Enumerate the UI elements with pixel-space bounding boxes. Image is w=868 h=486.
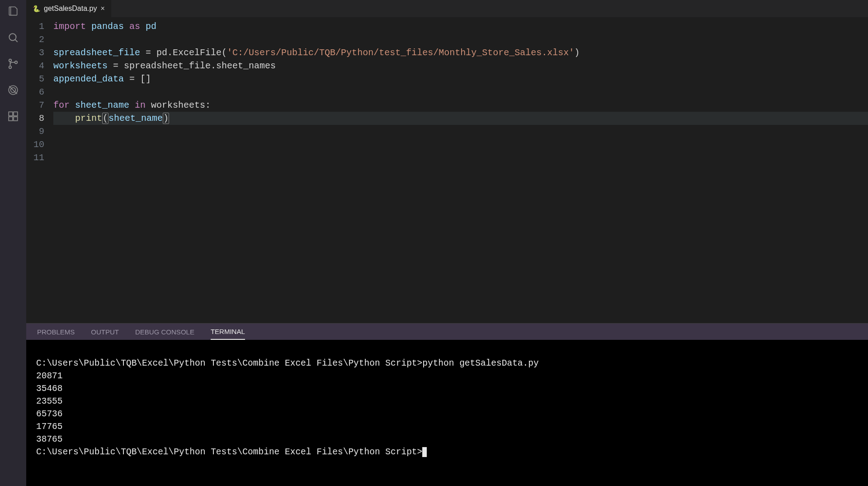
extensions-icon[interactable] bbox=[6, 110, 20, 123]
terminal-line: C:\Users\Public\TQB\Excel\Python Tests\C… bbox=[36, 446, 858, 458]
line-number-gutter: 1234567891011 bbox=[26, 20, 53, 323]
bottom-panel: PROBLEMSOUTPUTDEBUG CONSOLETERMINAL C:\U… bbox=[26, 323, 868, 486]
line-number: 1 bbox=[26, 20, 44, 33]
svg-rect-9 bbox=[9, 117, 13, 121]
line-number: 11 bbox=[26, 151, 44, 164]
tab-label: getSalesData.py bbox=[44, 5, 97, 13]
terminal-line: 20871 bbox=[36, 370, 858, 382]
code-area[interactable]: import pandas as pdspreadsheet_file = pd… bbox=[53, 20, 868, 323]
line-number: 2 bbox=[26, 33, 44, 46]
svg-rect-8 bbox=[9, 112, 13, 116]
panel-tab-output[interactable]: OUTPUT bbox=[91, 324, 119, 340]
svg-point-2 bbox=[9, 59, 11, 62]
code-editor[interactable]: 1234567891011 import pandas as pdspreads… bbox=[26, 17, 868, 323]
code-line[interactable] bbox=[53, 86, 868, 99]
main-pane: 🐍 getSalesData.py × 1234567891011 import… bbox=[26, 0, 868, 486]
svg-line-1 bbox=[15, 39, 17, 42]
terminal-line: 65736 bbox=[36, 408, 858, 420]
code-line[interactable] bbox=[53, 138, 868, 151]
python-file-icon: 🐍 bbox=[33, 5, 40, 12]
line-number: 7 bbox=[26, 99, 44, 112]
terminal-line: 38765 bbox=[36, 433, 858, 446]
svg-point-3 bbox=[9, 66, 11, 68]
source-control-icon[interactable] bbox=[6, 57, 20, 71]
terminal-cursor bbox=[422, 447, 427, 457]
code-line[interactable]: for sheet_name in worksheets: bbox=[53, 99, 868, 112]
code-line[interactable]: appended_data = [] bbox=[53, 72, 868, 86]
code-line[interactable] bbox=[53, 33, 868, 46]
panel-tab-debug-console[interactable]: DEBUG CONSOLE bbox=[135, 324, 194, 340]
debug-icon[interactable] bbox=[6, 83, 20, 97]
line-number: 3 bbox=[26, 46, 44, 59]
files-icon[interactable] bbox=[6, 5, 20, 18]
svg-point-4 bbox=[15, 61, 17, 63]
panel-tabs: PROBLEMSOUTPUTDEBUG CONSOLETERMINAL bbox=[26, 324, 868, 340]
terminal-line: 17765 bbox=[36, 420, 858, 433]
line-number: 8 bbox=[26, 112, 44, 125]
svg-point-0 bbox=[9, 33, 16, 40]
search-icon[interactable] bbox=[6, 31, 20, 44]
tab-getsalesdata[interactable]: 🐍 getSalesData.py × bbox=[26, 0, 112, 17]
code-line[interactable]: import pandas as pd bbox=[53, 20, 868, 33]
line-number: 6 bbox=[26, 86, 44, 99]
code-line[interactable]: print(sheet_name) bbox=[53, 112, 868, 125]
svg-rect-10 bbox=[14, 117, 18, 121]
code-line[interactable]: worksheets = spreadsheet_file.sheet_name… bbox=[53, 59, 868, 72]
close-icon[interactable]: × bbox=[100, 5, 104, 13]
terminal-line: 35468 bbox=[36, 382, 858, 395]
activity-bar bbox=[0, 0, 26, 486]
terminal-output[interactable]: C:\Users\Public\TQB\Excel\Python Tests\C… bbox=[26, 340, 868, 486]
code-line[interactable]: spreadsheet_file = pd.ExcelFile('C:/User… bbox=[53, 46, 868, 59]
line-number: 10 bbox=[26, 138, 44, 151]
tab-bar: 🐍 getSalesData.py × bbox=[26, 0, 868, 17]
line-number: 9 bbox=[26, 125, 44, 138]
line-number: 5 bbox=[26, 72, 44, 86]
code-line[interactable] bbox=[53, 151, 868, 164]
terminal-line: C:\Users\Public\TQB\Excel\Python Tests\C… bbox=[36, 357, 858, 370]
line-number: 4 bbox=[26, 59, 44, 72]
svg-rect-11 bbox=[14, 112, 18, 116]
panel-tab-terminal[interactable]: TERMINAL bbox=[211, 324, 245, 340]
terminal-line: 23555 bbox=[36, 395, 858, 408]
panel-tab-problems[interactable]: PROBLEMS bbox=[37, 324, 75, 340]
code-line[interactable] bbox=[53, 125, 868, 138]
